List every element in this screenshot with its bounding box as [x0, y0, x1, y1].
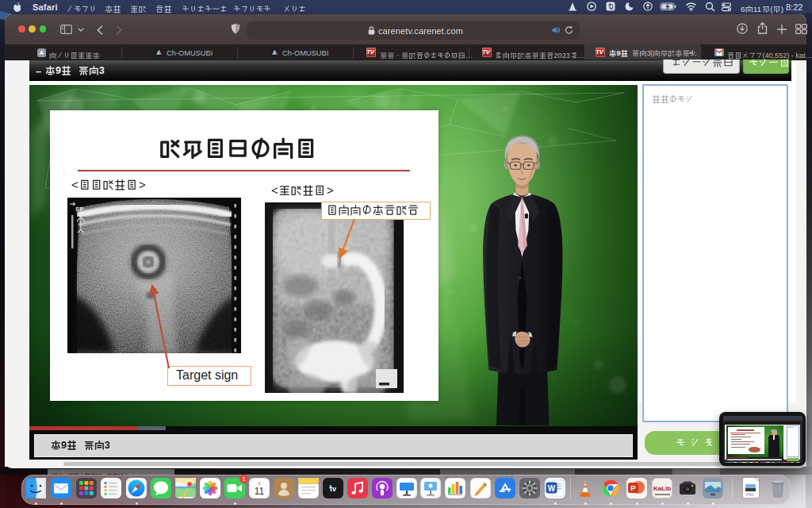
svg-text:W: W	[548, 484, 556, 493]
svg-text:9: 9	[61, 440, 67, 451]
svg-text:11: 11	[255, 486, 265, 497]
svg-text:SP: SP	[75, 206, 84, 213]
svg-text:3: 3	[105, 440, 110, 451]
svg-text:3: 3	[99, 65, 105, 76]
svg-text:(40,552) - kat…: (40,552) - kat…	[762, 52, 812, 60]
svg-text:…: …	[577, 52, 584, 60]
svg-text:9: 9	[616, 49, 620, 57]
svg-text:11: 11	[753, 5, 762, 13]
svg-text:P: P	[630, 483, 636, 492]
svg-text:2023: 2023	[554, 52, 570, 60]
svg-text:(: (	[770, 5, 773, 13]
svg-text:…: …	[465, 52, 473, 60]
svg-text:): )	[781, 5, 783, 13]
svg-text:3|: 3|	[647, 49, 653, 57]
svg-text:6: 6	[741, 5, 745, 13]
svg-text:9: 9	[56, 65, 61, 76]
